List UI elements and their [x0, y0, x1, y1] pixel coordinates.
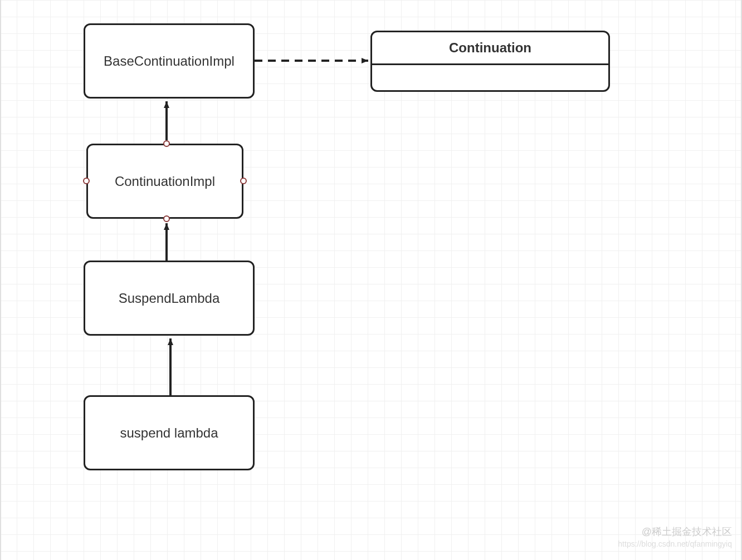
port-right [240, 178, 247, 184]
node-suspend-lambda[interactable]: SuspendLambda [84, 261, 255, 336]
node-label: Continuation [449, 40, 531, 56]
node-label: suspend lambda [120, 425, 218, 441]
watermark-line1: @稀土掘金技术社区 [618, 525, 732, 539]
node-base-continuation-impl[interactable]: BaseContinuationImpl [84, 23, 255, 99]
node-continuation-impl[interactable]: ContinuationImpl [86, 144, 243, 219]
watermark-line2: https://blog.csdn.net/qfanmingyiq [618, 539, 732, 550]
port-left [83, 178, 90, 184]
node-label: BaseContinuationImpl [104, 53, 235, 69]
node-label: ContinuationImpl [115, 174, 215, 189]
node-body [372, 63, 608, 90]
port-bottom [163, 215, 170, 222]
watermark: @稀土掘金技术社区 https://blog.csdn.net/qfanming… [618, 525, 732, 550]
port-top [163, 140, 170, 147]
node-title: Continuation [372, 32, 608, 63]
node-continuation[interactable]: Continuation [370, 31, 610, 92]
node-suspend-lambda-lower[interactable]: suspend lambda [84, 395, 255, 470]
node-label: SuspendLambda [119, 291, 219, 306]
